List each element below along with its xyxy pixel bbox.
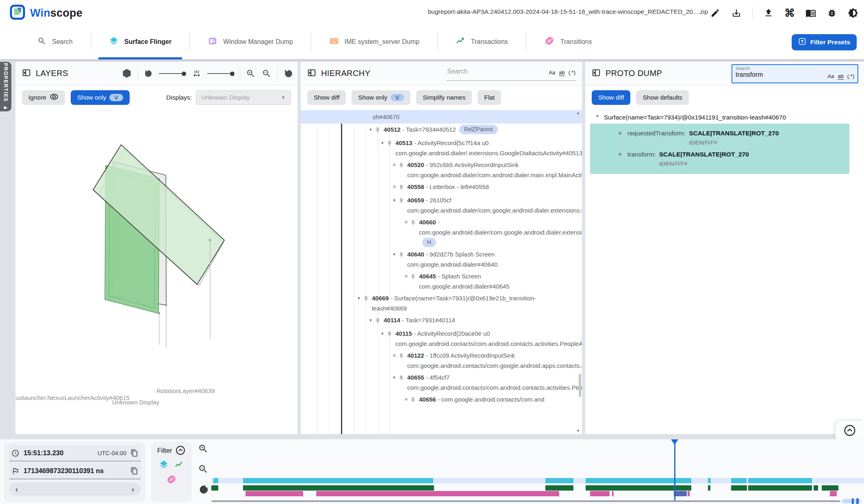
pin-icon[interactable] (398, 195, 407, 207)
shortcuts-icon[interactable]: ⌘ (784, 8, 795, 18)
scroll-down-icon[interactable]: ▼ (576, 429, 580, 433)
pin-icon[interactable] (398, 372, 407, 384)
download-icon[interactable] (731, 8, 742, 18)
tree-row[interactable]: 40656 - com.google.android.contacts/com.… (301, 393, 582, 407)
match-word-icon[interactable]: ab (559, 70, 564, 76)
scroll-up-icon[interactable]: ▲ (576, 111, 580, 115)
ignore-button[interactable]: Ignore (22, 90, 65, 105)
trace-segment[interactable] (586, 478, 691, 483)
hierarchy-tree[interactable]: sh#40670▼40512 - Task=7934#40512RelZPare… (301, 110, 582, 434)
match-case-icon[interactable]: Aa (827, 73, 834, 80)
tree-row[interactable]: ▼40513 - ActivityRecord{5c7f14a u0 com.g… (301, 137, 582, 159)
trace-segment[interactable] (708, 485, 710, 491)
pin-icon[interactable] (410, 271, 419, 283)
show-only-visible-button[interactable]: Show only V (71, 90, 130, 105)
dark-mode-icon[interactable] (848, 8, 858, 18)
tree-row[interactable]: 40122 - 1ffcc09 ActivityRecordInputSink … (301, 350, 582, 371)
properties-drawer-tab[interactable]: PROPERTIES ▶ (0, 62, 11, 111)
proto-root-node[interactable]: ▼ Surface(name=Task=7934)/@0x1941191_tra… (585, 110, 864, 124)
pin-icon[interactable] (398, 249, 407, 261)
show-diff-button[interactable]: Show diff (592, 90, 630, 105)
proto-property[interactable]: requestedTransform: SCALE|TRANSLATE|ROT_… (590, 127, 845, 148)
pin-icon[interactable] (375, 124, 384, 136)
collapse-arrow-icon[interactable]: ▼ (378, 138, 386, 148)
tree-row[interactable]: ▼40659 - 26105cf com.google.android.dial… (301, 194, 582, 216)
trace-segment[interactable] (243, 478, 433, 483)
flat-button[interactable]: Flat (478, 90, 501, 105)
trace-segment[interactable] (731, 478, 747, 483)
tree-row[interactable]: ▼40115 - ActivityRecord{20ace0e u0 com.g… (301, 328, 582, 350)
simplify-names-button[interactable]: Simplify names (416, 90, 472, 105)
pin-icon[interactable] (363, 293, 372, 305)
trace-segment[interactable] (830, 491, 837, 496)
trace-segment[interactable] (590, 491, 610, 496)
pin-icon[interactable] (398, 182, 407, 193)
match-regex-icon[interactable]: (.*) (569, 70, 575, 76)
cube-3d-icon[interactable] (122, 68, 132, 79)
trace-segment[interactable] (612, 491, 614, 496)
reset-view-icon[interactable] (283, 68, 293, 79)
zoom-range-handle[interactable] (856, 498, 859, 504)
documentation-icon[interactable] (805, 8, 816, 18)
pin-icon[interactable] (398, 350, 407, 362)
trace-segment[interactable] (243, 485, 434, 491)
tab-surface-flinger[interactable]: Surface Flinger (91, 24, 189, 59)
trace-segment[interactable] (586, 485, 691, 491)
collapse-arrow-icon[interactable]: ▼ (378, 328, 386, 339)
collapse-arrow-icon[interactable]: ▼ (594, 114, 601, 118)
tree-row[interactable]: ▼40114 - Task=7931#40114 (301, 314, 582, 328)
trace-segment[interactable] (245, 491, 303, 496)
trace-segment[interactable] (748, 478, 812, 483)
show-defaults-button[interactable]: Show defaults (636, 90, 688, 105)
collapse-arrow-icon[interactable]: ▼ (390, 372, 398, 383)
timeline-tracks[interactable] (0, 439, 864, 504)
timeline-cursor-handle[interactable] (671, 439, 678, 445)
collapse-arrow-icon[interactable]: ▼ (390, 249, 398, 260)
trace-segment[interactable] (213, 478, 218, 483)
match-case-icon[interactable]: Aa (549, 70, 555, 76)
tree-row[interactable]: 40558 - Letterbox - left#40558 (301, 181, 582, 194)
zoom-in-icon[interactable] (245, 68, 256, 79)
pin-icon[interactable] (398, 160, 407, 172)
trace-segment[interactable] (731, 485, 747, 491)
upload-icon[interactable] (763, 8, 774, 18)
tree-row[interactable]: ▼40512 - Task=7934#40512RelZParent (301, 124, 582, 137)
pin-icon[interactable] (410, 217, 419, 229)
tab-ime-system-server-dump[interactable]: IME system_server Dump (311, 24, 437, 59)
transitions-track[interactable] (211, 491, 864, 496)
layers-3d-scene[interactable]: RotationLayer#40639 xuslauncher.NexusLau… (15, 110, 297, 434)
pin-icon[interactable] (410, 394, 419, 406)
selected-trace-segment[interactable] (674, 491, 687, 496)
collapse-timeline-button[interactable] (836, 421, 864, 439)
timeline-scrollbar[interactable] (211, 500, 840, 502)
rotation-slider[interactable] (159, 72, 186, 76)
trace-segment[interactable] (814, 485, 818, 491)
displays-dropdown[interactable]: Unknown Display ▼ (196, 90, 291, 105)
show-only-visible-button[interactable]: Show only V (352, 90, 410, 105)
tree-row-continuation[interactable]: sh#40670 (301, 110, 582, 124)
match-regex-icon[interactable]: (.*) (847, 73, 854, 80)
tab-transactions[interactable]: Transactions (438, 24, 526, 59)
collapse-arrow-icon[interactable]: ▼ (390, 195, 398, 206)
match-word-icon[interactable]: ab (838, 73, 843, 80)
trace-segment[interactable] (748, 485, 812, 491)
trace-segment[interactable] (822, 485, 838, 491)
tree-row[interactable]: 40660 - com.google.android.dialer/com.go… (301, 216, 582, 248)
transactions-track[interactable] (211, 485, 864, 491)
trace-segment[interactable] (688, 491, 690, 496)
collapse-arrow-icon[interactable]: ▼ (367, 315, 375, 326)
bug-report-icon[interactable] (827, 8, 837, 18)
trace-segment[interactable] (211, 485, 218, 491)
zoom-out-icon[interactable] (261, 68, 272, 79)
collapse-arrow-icon[interactable]: ▼ (355, 293, 363, 304)
zoom-range-handle[interactable] (852, 498, 854, 504)
pin-icon[interactable] (386, 328, 395, 340)
surface-flinger-track[interactable] (211, 478, 864, 483)
pin-icon[interactable] (386, 138, 395, 150)
tree-row[interactable]: 40520 - 952c6b5 ActivityRecordInputSink … (301, 159, 582, 181)
spacing-slider[interactable] (207, 72, 234, 76)
edit-icon[interactable] (710, 8, 721, 18)
scrollbar-thumb[interactable] (579, 374, 581, 397)
show-diff-button[interactable]: Show diff (307, 90, 346, 105)
trace-segment[interactable] (545, 485, 573, 491)
